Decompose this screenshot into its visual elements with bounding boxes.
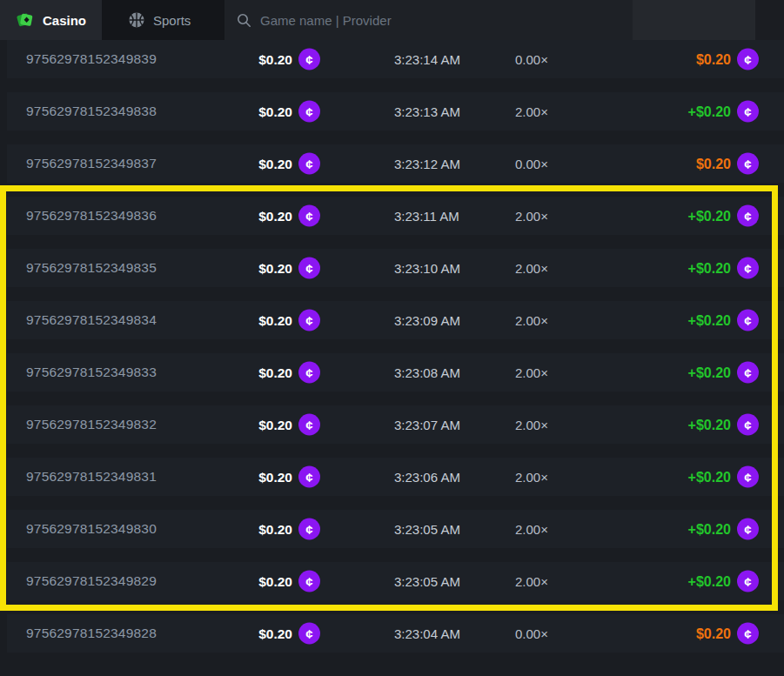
table-row[interactable]: 97562978152349837 $0.20 ¢ 3:23:12 AM 0.0… — [0, 137, 784, 190]
bet-multiplier: 2.00× — [515, 209, 548, 224]
top-navigation-bar: Casino Sports ¢ — [0, 0, 784, 40]
currency-coin-icon: ¢ — [298, 519, 320, 540]
bet-payout: +$0.20 ¢ — [688, 205, 759, 227]
currency-coin-icon: ¢ — [737, 101, 759, 123]
bet-amount-value: $0.20 — [258, 417, 292, 432]
bet-amount: $0.20 ¢ — [258, 205, 320, 227]
bet-payout-value: +$0.20 — [688, 260, 731, 276]
bet-payout: +$0.20 ¢ — [688, 466, 759, 488]
bet-payout-value: $0.20 — [696, 51, 731, 67]
bet-id: 97562978152349835 — [26, 260, 157, 276]
bet-id: 97562978152349833 — [26, 365, 157, 380]
search-icon — [237, 13, 251, 28]
currency-coin-icon: ¢ — [298, 571, 320, 592]
bet-amount: $0.20 ¢ — [258, 414, 320, 436]
bet-amount-value: $0.20 — [258, 208, 292, 224]
table-row[interactable]: 97562978152349830 $0.20 ¢ 3:23:05 AM 2.0… — [0, 503, 784, 555]
bet-time: 3:23:07 AM — [394, 418, 460, 432]
bet-amount: $0.20 ¢ — [258, 362, 320, 384]
currency-coin-icon: ¢ — [298, 49, 320, 70]
bet-payout-value: +$0.20 — [688, 469, 731, 485]
bet-id: 97562978152349829 — [26, 573, 157, 589]
tab-casino[interactable]: Casino — [0, 0, 102, 40]
bet-amount: $0.20 ¢ — [258, 258, 320, 279]
currency-coin-icon: ¢ — [737, 49, 759, 70]
search-input[interactable] — [260, 13, 620, 28]
bet-amount-value: $0.20 — [258, 469, 292, 485]
bet-payout: $0.20 ¢ — [696, 153, 759, 175]
bet-time: 3:23:11 AM — [394, 209, 459, 224]
table-row[interactable]: 97562978152349835 $0.20 ¢ 3:23:10 AM 2.0… — [0, 242, 784, 294]
bet-payout: +$0.20 ¢ — [688, 362, 759, 384]
tab-sports[interactable]: Sports — [116, 0, 203, 40]
bet-payout: +$0.20 ¢ — [688, 258, 759, 279]
table-row[interactable]: 97562978152349829 $0.20 ¢ 3:23:05 AM 2.0… — [0, 555, 784, 607]
currency-coin-icon: ¢ — [737, 571, 759, 592]
topbar-right-panel — [633, 0, 755, 40]
bet-id: 97562978152349830 — [26, 521, 157, 537]
bet-amount: $0.20 ¢ — [258, 466, 320, 488]
bet-payout: +$0.20 ¢ — [688, 414, 759, 436]
table-row[interactable]: 97562978152349834 $0.20 ¢ 3:23:09 AM 2.0… — [0, 294, 784, 346]
bet-time: 3:23:14 AM — [394, 52, 460, 67]
bet-id: 97562978152349828 — [26, 626, 157, 641]
bet-multiplier: 0.00× — [515, 157, 548, 171]
currency-coin-icon: ¢ — [737, 258, 759, 279]
table-row[interactable]: 97562978152349831 $0.20 ¢ 3:23:06 AM 2.0… — [0, 451, 784, 503]
bet-amount-value: $0.20 — [258, 573, 292, 589]
bet-payout-value: +$0.20 — [688, 208, 731, 224]
bet-id: 97562978152349831 — [26, 469, 157, 485]
bet-amount: $0.20 ¢ — [258, 153, 320, 175]
tab-sports-label: Sports — [153, 13, 191, 28]
bet-amount-value: $0.20 — [258, 104, 292, 119]
bet-payout: +$0.20 ¢ — [688, 310, 759, 331]
currency-coin-icon: ¢ — [298, 101, 320, 123]
currency-coin-icon: ¢ — [298, 362, 320, 384]
bets-history-panel: 97562978152349839 $0.20 ¢ 3:23:14 AM 0.0… — [0, 40, 784, 676]
bet-amount-value: $0.20 — [258, 365, 292, 380]
bet-amount: $0.20 ¢ — [258, 101, 320, 123]
table-row[interactable]: 97562978152349828 $0.20 ¢ 3:23:04 AM 0.0… — [0, 607, 784, 659]
table-row[interactable]: 97562978152349839 $0.20 ¢ 3:23:14 AM 0.0… — [0, 40, 784, 85]
bets-table: 97562978152349839 $0.20 ¢ 3:23:14 AM 0.0… — [0, 40, 784, 659]
currency-coin-icon: ¢ — [737, 362, 759, 384]
bet-multiplier: 2.00× — [515, 365, 548, 380]
currency-coin-icon: ¢ — [737, 466, 759, 488]
currency-coin-icon: ¢ — [737, 623, 759, 645]
bet-amount-value: $0.20 — [258, 260, 292, 276]
table-row[interactable]: 97562978152349836 $0.20 ¢ 3:23:11 AM 2.0… — [0, 190, 784, 242]
search-bar[interactable] — [224, 0, 633, 40]
bet-payout-value: +$0.20 — [688, 417, 731, 432]
currency-coin-icon: ¢ — [737, 153, 759, 175]
bet-amount: $0.20 ¢ — [258, 571, 320, 592]
bet-payout-value: $0.20 — [696, 156, 731, 171]
currency-coin-icon: ¢ — [298, 310, 320, 331]
bet-payout: $0.20 ¢ — [696, 623, 759, 645]
bet-payout: $0.20 ¢ — [696, 49, 759, 70]
bet-multiplier: 2.00× — [515, 313, 548, 328]
bet-payout-value: +$0.20 — [688, 312, 731, 328]
table-row[interactable]: 97562978152349833 $0.20 ¢ 3:23:08 AM 2.0… — [0, 346, 784, 398]
bet-payout-value: +$0.20 — [688, 573, 731, 589]
bet-multiplier: 2.00× — [515, 522, 548, 537]
currency-coin-icon: ¢ — [298, 205, 320, 227]
bet-time: 3:23:05 AM — [394, 574, 460, 589]
bet-id: 97562978152349834 — [26, 312, 157, 328]
tab-casino-label: Casino — [43, 13, 86, 28]
bet-amount: $0.20 ¢ — [258, 623, 320, 645]
bet-time: 3:23:08 AM — [394, 365, 460, 380]
bet-time: 3:23:10 AM — [394, 261, 460, 276]
bet-id: 97562978152349838 — [26, 104, 157, 119]
bet-multiplier: 2.00× — [515, 418, 548, 432]
bet-payout-value: $0.20 — [696, 626, 731, 641]
bet-amount: $0.20 ¢ — [258, 49, 320, 70]
bet-amount-value: $0.20 — [258, 51, 292, 67]
bet-id: 97562978152349836 — [26, 208, 157, 224]
bet-amount-value: $0.20 — [258, 521, 292, 537]
table-row[interactable]: 97562978152349832 $0.20 ¢ 3:23:07 AM 2.0… — [0, 398, 784, 451]
table-row[interactable]: 97562978152349838 $0.20 ¢ 3:23:13 AM 2.0… — [0, 85, 784, 137]
bet-amount-value: $0.20 — [258, 312, 292, 328]
bet-id: 97562978152349839 — [26, 51, 157, 67]
bet-id: 97562978152349837 — [26, 156, 157, 171]
bet-multiplier: 2.00× — [515, 261, 548, 276]
